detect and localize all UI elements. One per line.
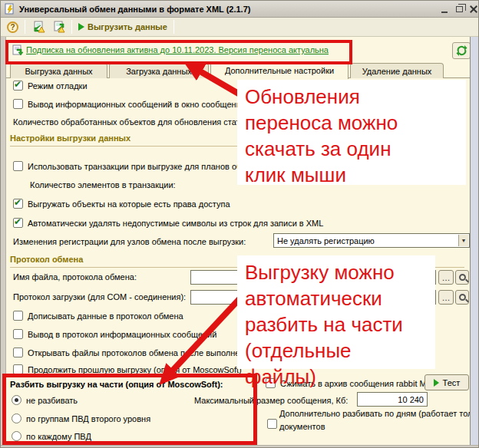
toolbar: ? Выгрузить данные — [1, 18, 479, 37]
label-protocol-file: Имя файла, протокола обмена: — [13, 272, 137, 282]
minimize-icon — [441, 12, 448, 13]
checkbox-debug-mode[interactable]: Режим отладки — [13, 81, 88, 91]
section-title: Настройки выгрузки данных — [10, 133, 130, 143]
checkbox-icon — [13, 218, 23, 228]
field-label: Протокол загрузки (для COM - соединения)… — [13, 292, 186, 301]
note-line: (отдельные файлы) — [245, 338, 428, 390]
protocol-file-browse-button[interactable]: … — [438, 270, 454, 285]
help-button[interactable]: ? — [4, 20, 21, 35]
test-button[interactable]: Тест — [424, 374, 469, 390]
checkbox-open-protocol-files[interactable]: Открывать файлы протоколов обмена после … — [13, 348, 249, 357]
registration-changes-select[interactable]: Не удалять регистрацию ▼ — [273, 233, 470, 248]
refresh-button[interactable] — [452, 42, 471, 59]
tab-delete-data[interactable]: Удаление данных — [350, 63, 444, 78]
close-icon — [469, 5, 477, 13]
save-settings-button[interactable] — [28, 19, 48, 35]
label-split-by-days: Дополнительно разбивать по дням (работае… — [279, 407, 479, 433]
chevron-down-icon[interactable]: ▼ — [458, 235, 468, 246]
checkbox-auto-remove-invalid[interactable]: Автоматически удалять недопустимые симво… — [13, 218, 323, 228]
tab-label: Выгрузка данных — [25, 67, 92, 76]
checkbox-use-transactions[interactable]: Использовать транзакции при выгрузке для… — [13, 161, 261, 171]
toolbar-separator — [71, 20, 72, 34]
checkbox-label: Открывать файлы протоколов обмена после … — [28, 348, 249, 357]
annotation-note-updates: Обновления переноса можно скачать за оди… — [237, 80, 466, 185]
test-button-label: Тест — [443, 378, 461, 387]
checkbox-export-with-rights[interactable]: Выгружать объекты на которые есть права … — [13, 199, 230, 209]
title-bar: Универсальный обмен данными в формате XM… — [1, 1, 479, 18]
label-line: Дополнительно разбивать по дням (работае… — [279, 407, 479, 420]
protocol-file-open-button[interactable] — [455, 270, 469, 285]
app-window: Универсальный обмен данными в формате XM… — [0, 0, 479, 448]
load-settings-icon — [51, 21, 65, 33]
checkbox-split-by-days[interactable] — [267, 419, 277, 429]
checkbox-label: Автоматически удалять недопустимые симво… — [28, 219, 323, 228]
note-line: Выгрузку можно — [245, 259, 428, 285]
checkbox-icon — [13, 99, 23, 109]
section-title: Протокол обмена — [10, 255, 83, 264]
tab-label: Загрузка данных — [126, 67, 192, 76]
note-line: автоматически — [245, 285, 428, 311]
checkbox-protocol-info-messages[interactable]: Вывод в протокол информационных сообщени… — [13, 329, 216, 339]
close-button[interactable] — [467, 3, 479, 15]
export-data-label: Выгрузить данные — [88, 22, 167, 31]
tab-import-data[interactable]: Загрузка данных — [109, 63, 209, 78]
ellipsis-icon: … — [442, 273, 451, 282]
checkbox-info-messages[interactable]: Вывод информационных сообщений в окно со… — [13, 99, 246, 109]
annotation-box-split-section — [2, 374, 257, 445]
note-line: разбить на части — [245, 311, 428, 338]
checkbox-label: Режим отладки — [28, 81, 88, 91]
field-label: Количество обработанных объектов для обн… — [13, 117, 240, 127]
play-icon — [78, 23, 84, 31]
checkbox-label: Выгружать объекты на которые есть права … — [28, 199, 230, 209]
label-line: документов — [279, 420, 479, 433]
export-data-button[interactable]: Выгрузить данные — [75, 21, 170, 33]
protocol-com-browse-button[interactable]: … — [438, 290, 454, 305]
label-protocol-com: Протокол загрузки (для COM - соединения)… — [13, 292, 186, 301]
checkbox-icon — [13, 329, 23, 339]
checkbox-icon — [13, 348, 23, 357]
field-label: Количество элементов в транзакции: — [30, 180, 176, 189]
note-line: переноса можно — [245, 110, 458, 136]
checkbox-label: Вывод в протокол информационных сообщени… — [28, 330, 216, 339]
tab-export-data[interactable]: Выгрузка данных — [10, 63, 107, 78]
field-label: Изменения регистрации для узлов обмена п… — [13, 237, 246, 246]
restore-button[interactable] — [453, 3, 465, 15]
checkbox-label: Дописывать данные в протокол обмена — [28, 311, 183, 321]
checkbox-icon — [13, 161, 23, 171]
load-settings-button[interactable] — [48, 19, 68, 35]
window-title: Универсальный обмен данными в формате XM… — [19, 5, 250, 14]
window-frame-bottom — [1, 445, 479, 448]
note-line: клик мыши — [245, 162, 458, 188]
max-size-input[interactable] — [357, 392, 428, 407]
ellipsis-icon: … — [442, 293, 451, 302]
annotation-box-subscription — [5, 40, 352, 64]
tab-label: Удаление данных — [362, 67, 432, 76]
help-icon: ? — [7, 21, 18, 33]
play-icon — [434, 379, 439, 387]
annotation-note-split: Выгрузку можно автоматически разбить на … — [237, 255, 435, 369]
protocol-com-open-button[interactable] — [455, 290, 469, 305]
app-icon — [4, 3, 15, 15]
magnifier-icon — [459, 274, 466, 281]
checkbox-icon — [13, 311, 23, 321]
selected-value: Не удалять регистрацию — [277, 236, 375, 245]
magnifier-icon — [459, 294, 466, 301]
checkbox-icon — [13, 199, 23, 209]
label-registration-changes: Изменения регистрации для узлов обмена п… — [13, 237, 246, 246]
note-line: Обновления — [245, 84, 458, 110]
toolbar-separator — [173, 20, 174, 34]
window-frame-right — [470, 37, 478, 446]
checkbox-append-protocol[interactable]: Дописывать данные в протокол обмена — [13, 311, 183, 321]
save-settings-icon — [31, 21, 45, 33]
checkbox-label: Вывод информационных сообщений в окно со… — [28, 100, 246, 109]
checkbox-icon — [13, 81, 23, 91]
tab-label: Дополнительные настройки — [225, 66, 334, 75]
toolbar-separator — [25, 20, 25, 34]
checkbox-label: Продолжить прошлую выгрузку (опция от Mo… — [28, 365, 242, 374]
refresh-icon — [456, 45, 467, 56]
restore-icon — [456, 6, 463, 12]
label-processed-objects: Количество обработанных объектов для обн… — [13, 117, 240, 127]
minimize-button[interactable] — [438, 3, 451, 15]
note-line: скачать за один — [245, 136, 458, 162]
checkbox-icon — [267, 419, 277, 429]
